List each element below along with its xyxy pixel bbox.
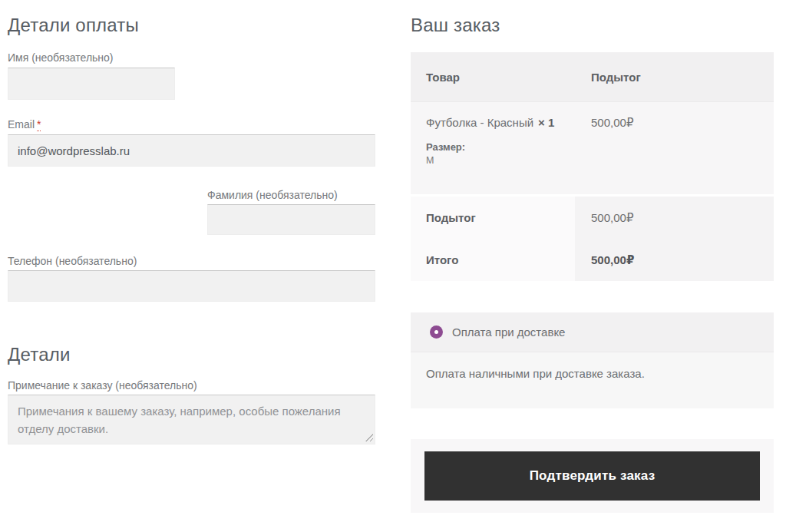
- first-name-label: Имя (необязательно): [8, 51, 375, 65]
- order-item-quantity: × 1: [538, 116, 554, 129]
- last-name-field: Фамилия (необязательно): [207, 188, 375, 235]
- last-name-input[interactable]: [207, 204, 375, 235]
- attribute-value: М: [426, 154, 575, 167]
- total-label: Итого: [411, 239, 575, 281]
- first-name-input[interactable]: [8, 68, 175, 100]
- place-order-button[interactable]: Подтвердить заказ: [424, 451, 760, 501]
- order-note-wrapper: [8, 395, 375, 444]
- billing-column: Детали оплаты Имя (необязательно) Email*…: [8, 8, 375, 513]
- email-field: Email*: [8, 117, 375, 167]
- order-note-label: Примечание к заказу (необязательно): [8, 378, 375, 393]
- first-name-field: Имя (необязательно): [8, 51, 375, 100]
- subtotal-label: Подытог: [411, 197, 575, 239]
- payment-methods: Оплата при доставке Оплата наличными при…: [411, 312, 774, 408]
- subtotal-row: Подытог 500,00₽: [411, 197, 774, 239]
- payment-method-label[interactable]: Оплата при доставке: [452, 325, 565, 339]
- details-title: Детали: [8, 343, 375, 365]
- radio-dot: [434, 330, 438, 334]
- order-table-footer: Подытог 500,00₽ Итого 500,00₽: [411, 194, 774, 281]
- order-table-header: Товар Подытог: [411, 52, 774, 102]
- order-item-name: Футболка - Красный: [426, 116, 533, 129]
- order-review-table: Товар Подытог Футболка - Красный× 1 Разм…: [411, 52, 774, 281]
- email-input[interactable]: [8, 134, 375, 167]
- checkout-page: Детали оплаты Имя (необязательно) Email*…: [0, 0, 786, 520]
- column-header-subtotal: Подытог: [575, 71, 774, 84]
- required-asterisk: *: [37, 118, 41, 131]
- order-note-field: Примечание к заказу (необязательно): [8, 378, 375, 444]
- total-value: 500,00₽: [591, 253, 634, 267]
- email-label: Email*: [8, 117, 375, 132]
- column-header-product: Товар: [411, 71, 575, 84]
- phone-field: Телефон (необязательно): [8, 254, 375, 302]
- order-title: Ваш заказ: [411, 14, 774, 36]
- order-item-cell: Футболка - Красный× 1 Размер: М: [411, 116, 575, 194]
- subtotal-value: 500,00₽: [575, 197, 774, 239]
- phone-input[interactable]: [8, 270, 375, 302]
- phone-label: Телефон (необязательно): [8, 254, 375, 269]
- payment-method-description: Оплата наличными при доставке заказа.: [411, 352, 774, 408]
- order-item-attributes: Размер: М: [426, 141, 575, 167]
- total-row: Итого 500,00₽: [411, 239, 774, 281]
- order-note-input[interactable]: [8, 395, 375, 444]
- payment-method-cod[interactable]: Оплата при доставке: [411, 312, 774, 352]
- attribute-label: Размер:: [426, 141, 465, 153]
- last-name-label: Фамилия (необязательно): [207, 188, 375, 203]
- total-value-cell: 500,00₽: [575, 239, 774, 281]
- radio-selected-icon[interactable]: [430, 325, 443, 339]
- order-column: Ваш заказ Товар Подытог Футболка - Красн…: [411, 8, 774, 513]
- place-order-container: Подтвердить заказ: [411, 439, 774, 513]
- order-item-row: Футболка - Красный× 1 Размер: М 500,00₽: [411, 102, 774, 194]
- order-item-price: 500,00₽: [575, 116, 774, 194]
- billing-title: Детали оплаты: [8, 14, 375, 36]
